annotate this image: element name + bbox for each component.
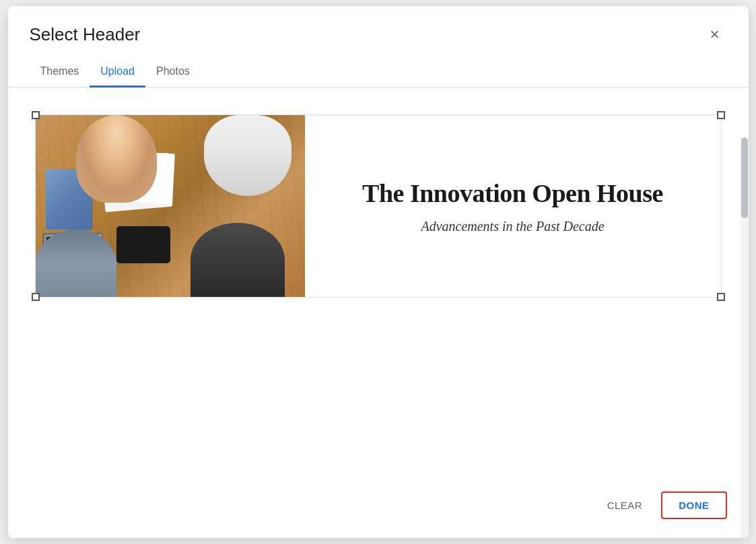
person-top-right <box>204 115 291 196</box>
person-top-left <box>76 115 157 203</box>
tab-photos[interactable]: Photos <box>145 57 201 88</box>
dialog-header: Select Header × <box>8 6 749 46</box>
person-bottom-right <box>191 223 285 297</box>
close-button[interactable]: × <box>703 22 727 46</box>
dialog-title: Select Header <box>30 24 141 45</box>
dialog-footer: CLEAR DONE <box>8 478 749 538</box>
done-button[interactable]: DONE <box>661 491 726 519</box>
scrollbar[interactable] <box>741 137 749 538</box>
tab-upload[interactable]: Upload <box>90 57 145 88</box>
event-subtitle: Advancements in the Past Decade <box>421 219 604 234</box>
clear-button[interactable]: CLEAR <box>594 493 656 518</box>
tabs-container: Themes Upload Photos <box>8 57 749 88</box>
select-header-dialog: Select Header × Themes Upload Photos <box>8 6 749 538</box>
header-text-area: The Innovation Open House Advancements i… <box>305 115 721 297</box>
tablet-item <box>116 226 170 263</box>
header-preview-container: The Innovation Open House Advancements i… <box>35 114 722 298</box>
scrollbar-thumb <box>741 137 748 218</box>
person-bottom-left <box>36 230 116 297</box>
event-title: The Innovation Open House <box>362 178 663 208</box>
header-image <box>36 115 305 297</box>
dialog-body: The Innovation Open House Advancements i… <box>8 88 749 478</box>
header-preview: The Innovation Open House Advancements i… <box>36 115 721 297</box>
tab-themes[interactable]: Themes <box>30 57 90 88</box>
